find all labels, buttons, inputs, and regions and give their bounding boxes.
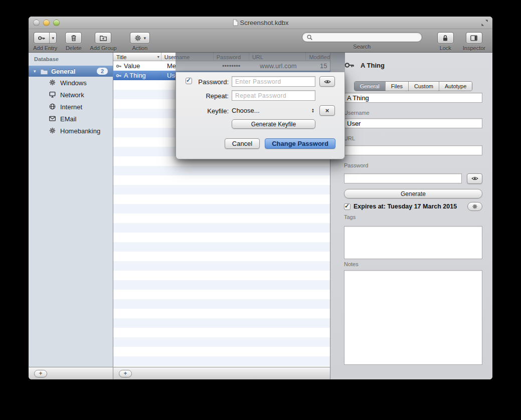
- sheet-password-input[interactable]: [232, 76, 315, 87]
- sheet-keyfile-label: Keyfile:: [176, 107, 229, 115]
- reveal-password-button[interactable]: [467, 173, 482, 184]
- inspector-entry-title: A Thing: [361, 62, 385, 69]
- sheet-repeat-input[interactable]: [232, 90, 315, 101]
- sidebar-item-internet[interactable]: Internet: [29, 101, 113, 113]
- action-button[interactable]: ▾: [130, 32, 150, 44]
- keyfile-value: Choose...: [232, 107, 260, 114]
- clear-keyfile-button[interactable]: ×: [319, 105, 335, 116]
- lock-icon: [438, 33, 453, 43]
- inspector-header: A Thing: [344, 53, 482, 71]
- expires-checkbox[interactable]: ✓: [344, 203, 351, 210]
- sidebar-group-general[interactable]: ▾ General 2: [29, 66, 113, 77]
- window-title-area: Screenshot.kdbx: [29, 17, 492, 29]
- change-password-dialog: ✓ Password: Repeat: Keyfile: Choose... ▲…: [176, 72, 345, 159]
- expires-row: ✓ Expires at: Tuesday 17 March 2015: [344, 202, 482, 211]
- password-field[interactable]: [344, 173, 462, 183]
- eye-icon: [471, 175, 478, 181]
- password-label: Password: [344, 162, 482, 168]
- tags-textarea[interactable]: [344, 226, 482, 259]
- column-header-title[interactable]: Title ▾: [113, 53, 161, 61]
- close-icon: ×: [325, 107, 329, 114]
- tab-custom[interactable]: Custom: [408, 82, 439, 91]
- cancel-button[interactable]: Cancel: [225, 138, 260, 149]
- add-group-label: Add Group: [90, 45, 116, 51]
- action-item: ▾ Action: [130, 32, 150, 51]
- search-field[interactable]: [302, 32, 422, 42]
- action-dropdown-arrow: ▾: [144, 36, 146, 41]
- add-group-item: Add Group: [90, 32, 116, 51]
- expires-label: Expires at: Tuesday 17 March 2015: [354, 203, 464, 210]
- username-field[interactable]: [344, 118, 482, 128]
- sidebar-item-windows[interactable]: Windows: [29, 77, 113, 89]
- fullscreen-icon[interactable]: [481, 19, 488, 27]
- search-input[interactable]: [315, 34, 418, 41]
- monitor-icon: [49, 91, 57, 99]
- generate-keyfile-button[interactable]: Generate Keyfile: [232, 119, 315, 129]
- password-row: [344, 173, 482, 184]
- add-group-plus-button[interactable]: +: [34, 370, 47, 377]
- tab-autotype[interactable]: Autotype: [439, 82, 472, 91]
- search-icon: [306, 34, 313, 41]
- url-field[interactable]: [344, 145, 482, 155]
- url-label: URL: [344, 135, 482, 141]
- add-entry-dropdown[interactable]: ▾: [49, 33, 56, 43]
- inspector-tabs: General Files Custom Autotype: [344, 81, 482, 91]
- add-entry-button[interactable]: ▾: [34, 32, 57, 44]
- inspector-item: Inspector: [463, 32, 485, 51]
- sidebar-item-email[interactable]: EMail: [29, 113, 113, 125]
- globe-icon: [49, 103, 57, 111]
- folder-plus-icon: [96, 33, 111, 43]
- inspector-label: Inspector: [463, 45, 485, 51]
- gear-icon: [134, 34, 142, 42]
- sidebar-item-label: Internet: [60, 103, 82, 111]
- generate-password-button[interactable]: Generate: [344, 189, 482, 198]
- keyfile-dropdown[interactable]: Choose... ▲▼: [232, 105, 315, 116]
- notes-label: Notes: [344, 261, 482, 267]
- add-entry-item: ▾ Add Entry: [33, 32, 57, 51]
- expiry-settings-button[interactable]: [467, 202, 482, 211]
- search-item: Search: [302, 32, 422, 50]
- sheet-shadow-overlay: [176, 53, 345, 72]
- toolbar: ▾ Add Entry Delete Add Group: [29, 29, 492, 53]
- trash-icon: [66, 33, 81, 43]
- entry-title-cell: A Thing: [124, 71, 146, 80]
- gear-icon: [472, 203, 478, 209]
- list-bottom-bar: +: [113, 367, 330, 379]
- delete-item: Delete: [65, 32, 82, 51]
- sidebar: Database ▾ General 2 Windows Network: [29, 53, 113, 367]
- tab-general[interactable]: General: [355, 82, 385, 91]
- group-badge: 2: [97, 68, 108, 75]
- lock-button[interactable]: [437, 32, 454, 44]
- inspector-button[interactable]: [466, 32, 482, 44]
- stepper-icon: ▲▼: [311, 108, 315, 113]
- key-icon: [344, 60, 355, 71]
- search-label: Search: [353, 44, 371, 50]
- add-entry-plus-button[interactable]: +: [119, 370, 132, 377]
- sidebar-bottom-bar: +: [29, 367, 113, 379]
- gear-icon: [49, 127, 57, 135]
- sidebar-item-network[interactable]: Network: [29, 89, 113, 101]
- disclosure-triangle-icon[interactable]: ▾: [34, 69, 40, 74]
- eye-icon: [324, 79, 331, 85]
- sidebar-item-homebanking[interactable]: Homebanking: [29, 125, 113, 137]
- change-password-button[interactable]: Change Password: [265, 138, 335, 149]
- folder-icon: [40, 68, 48, 75]
- envelope-icon: [49, 115, 57, 123]
- gear-icon: [49, 79, 57, 87]
- add-group-button[interactable]: [95, 32, 111, 44]
- key-icon: [116, 63, 122, 69]
- title-field[interactable]: [344, 93, 482, 103]
- document-icon: [233, 19, 238, 26]
- sheet-password-label: Password:: [176, 78, 229, 86]
- database-header: Database: [29, 53, 113, 66]
- reveal-sheet-password-button[interactable]: [319, 76, 335, 87]
- tab-files[interactable]: Files: [385, 82, 408, 91]
- sidebar-item-label: Network: [60, 91, 84, 99]
- delete-label: Delete: [66, 45, 82, 51]
- titlebar[interactable]: Screenshot.kdbx: [29, 17, 492, 29]
- key-icon: [116, 73, 122, 79]
- key-icon: [34, 33, 49, 43]
- delete-button[interactable]: [65, 32, 82, 44]
- add-entry-label: Add Entry: [33, 45, 57, 51]
- notes-textarea[interactable]: [344, 270, 482, 365]
